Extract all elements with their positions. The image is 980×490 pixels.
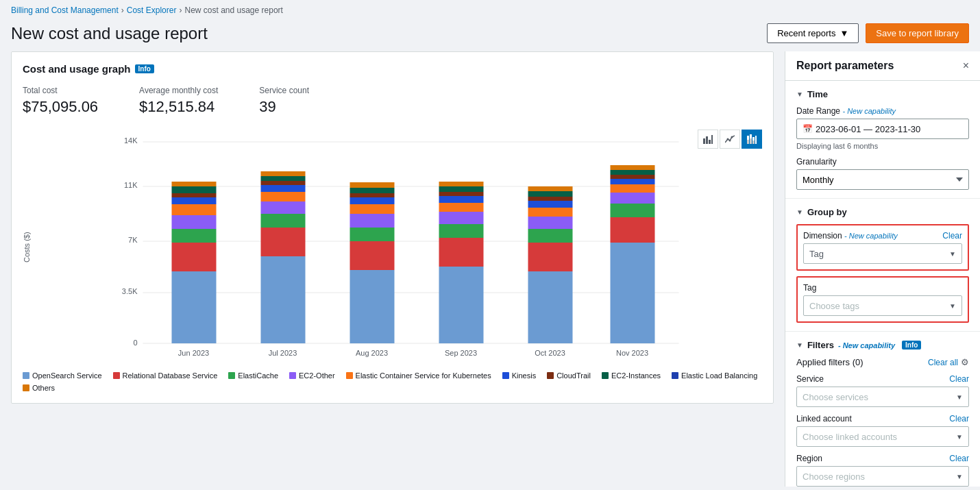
date-range-input[interactable]: 📅 2023-06-01 — 2023-11-30 xyxy=(796,119,969,139)
svg-rect-62 xyxy=(528,229,573,243)
svg-rect-55 xyxy=(439,203,484,212)
legend-item-others: Others xyxy=(23,384,55,392)
graph-card: Cost and usage graph Info Total cost $75… xyxy=(11,51,774,404)
linked-account-select[interactable]: Choose linked accounts ▼ xyxy=(796,426,969,447)
svg-rect-70 xyxy=(611,217,655,243)
filters-section-top: ▼ Filters - New capability Info xyxy=(796,340,969,350)
dimension-form-label: Dimension - New capability Clear xyxy=(803,231,962,241)
stats-row: Total cost $75,095.06 Average monthly co… xyxy=(23,86,762,116)
avg-monthly-stat: Average monthly cost $12,515.84 xyxy=(139,86,218,116)
svg-rect-65 xyxy=(528,201,573,208)
svg-rect-69 xyxy=(611,243,655,343)
bar-chart-icon xyxy=(703,134,713,144)
legend-label-ec2other: EC2-Other xyxy=(299,371,335,380)
svg-text:3.5K: 3.5K xyxy=(122,287,138,295)
svg-rect-48 xyxy=(350,193,395,197)
clear-all-link[interactable]: Clear all xyxy=(928,358,958,367)
header-actions: Recent reports ▼ Save to report library xyxy=(767,23,969,43)
legend-label-elasticache: ElastiCache xyxy=(238,371,278,380)
line-chart-button[interactable] xyxy=(720,130,740,149)
svg-rect-42 xyxy=(350,270,395,343)
svg-rect-2 xyxy=(709,140,711,144)
region-select[interactable]: Choose regions ▼ xyxy=(796,466,969,487)
legend-item-ec2other: EC2-Other xyxy=(289,371,335,380)
svg-rect-1 xyxy=(706,136,708,144)
legend-label-elb: Elastic Load Balancing xyxy=(681,371,757,380)
date-range-value: 2023-06-01 — 2023-11-30 xyxy=(813,124,963,134)
bar-chart-button[interactable] xyxy=(698,130,718,149)
legend-dot-elasticache xyxy=(228,372,235,379)
info-badge[interactable]: Info xyxy=(135,64,154,73)
tag-select[interactable]: Choose tags ▼ xyxy=(803,295,962,316)
svg-rect-51 xyxy=(439,267,484,343)
svg-rect-28 xyxy=(172,204,217,215)
tag-label: Tag xyxy=(803,283,816,293)
dimension-new-cap: New capability xyxy=(849,232,898,240)
svg-rect-61 xyxy=(528,243,573,271)
svg-rect-31 xyxy=(172,186,217,193)
svg-rect-30 xyxy=(172,193,217,197)
svg-rect-56 xyxy=(439,196,484,203)
svg-rect-59 xyxy=(439,182,484,186)
sidebar: Report parameters × ▼ Time Date Range - … xyxy=(785,51,980,487)
tag-arrow-icon: ▼ xyxy=(949,302,956,310)
service-clear-link[interactable]: Clear xyxy=(949,374,969,384)
chart-controls xyxy=(698,130,762,149)
stacked-bar-button[interactable] xyxy=(742,130,762,149)
legend-dot-others xyxy=(23,384,29,391)
sidebar-close-button[interactable]: × xyxy=(963,60,969,72)
svg-text:0: 0 xyxy=(133,339,137,347)
legend-dot-ec2other xyxy=(289,372,296,379)
service-placeholder: Choose services xyxy=(803,392,868,402)
line-chart-icon xyxy=(725,134,735,144)
svg-rect-32 xyxy=(172,182,217,186)
legend-label-rds: Relational Database Service xyxy=(123,371,218,380)
legend-dot-ec2instances xyxy=(602,372,609,379)
recent-reports-button[interactable]: Recent reports ▼ xyxy=(767,23,859,43)
legend-item-rds: Relational Database Service xyxy=(113,371,218,380)
svg-rect-72 xyxy=(611,193,655,204)
svg-rect-36 xyxy=(261,201,306,214)
time-section-header[interactable]: ▼ Time xyxy=(796,89,969,99)
legend-item-ecs: Elastic Container Service for Kubernetes xyxy=(346,371,491,380)
dropdown-arrow-icon: ▼ xyxy=(840,28,848,38)
breadcrumb-cost-explorer[interactable]: Cost Explorer xyxy=(127,5,177,15)
svg-rect-10 xyxy=(750,138,752,144)
svg-rect-40 xyxy=(261,176,306,181)
total-cost-stat: Total cost $75,095.06 xyxy=(23,86,98,116)
svg-rect-53 xyxy=(439,224,484,238)
svg-point-5 xyxy=(729,140,731,142)
breadcrumb-billing[interactable]: Billing and Cost Management xyxy=(11,5,119,15)
filters-info-badge[interactable]: Info xyxy=(902,341,921,350)
dimension-label: Dimension xyxy=(803,231,842,241)
legend-dot-kinesis xyxy=(502,372,509,379)
save-to-library-button[interactable]: Save to report library xyxy=(866,23,969,43)
linked-account-filter: Linked account Clear Choose linked accou… xyxy=(796,414,969,447)
svg-rect-35 xyxy=(261,214,306,228)
legend-label-ec2instances: EC2-Instances xyxy=(611,371,661,380)
filters-section: ▼ Filters - New capability Info Applied … xyxy=(785,332,980,487)
filters-section-label[interactable]: ▼ Filters - New capability Info xyxy=(796,340,921,350)
dimension-clear-link[interactable]: Clear xyxy=(942,231,962,241)
svg-rect-43 xyxy=(350,241,395,270)
linked-account-clear-link[interactable]: Clear xyxy=(949,414,969,424)
svg-rect-3 xyxy=(711,135,713,144)
breadcrumb-sep-2: › xyxy=(179,5,182,15)
svg-rect-34 xyxy=(261,228,306,256)
group-by-header[interactable]: ▼ Group by xyxy=(796,207,969,217)
time-triangle-icon: ▼ xyxy=(796,90,803,98)
service-count-value: 39 xyxy=(259,98,309,116)
legend-dot-elb xyxy=(672,372,678,379)
svg-rect-52 xyxy=(439,238,484,267)
legend-dot-rds xyxy=(113,372,120,379)
granularity-select[interactable]: Monthly Daily Hourly xyxy=(796,169,969,190)
dimension-select[interactable]: Tag ▼ xyxy=(803,243,962,264)
date-range-new-cap: New capability xyxy=(847,107,896,115)
svg-text:Oct 2023: Oct 2023 xyxy=(535,349,565,357)
settings-icon[interactable]: ⚙ xyxy=(961,357,969,367)
service-select[interactable]: Choose services ▼ xyxy=(796,387,969,407)
svg-rect-68 xyxy=(528,186,573,191)
region-clear-link[interactable]: Clear xyxy=(949,454,969,463)
breadcrumb-sep-1: › xyxy=(121,5,124,15)
svg-rect-24 xyxy=(172,271,217,343)
